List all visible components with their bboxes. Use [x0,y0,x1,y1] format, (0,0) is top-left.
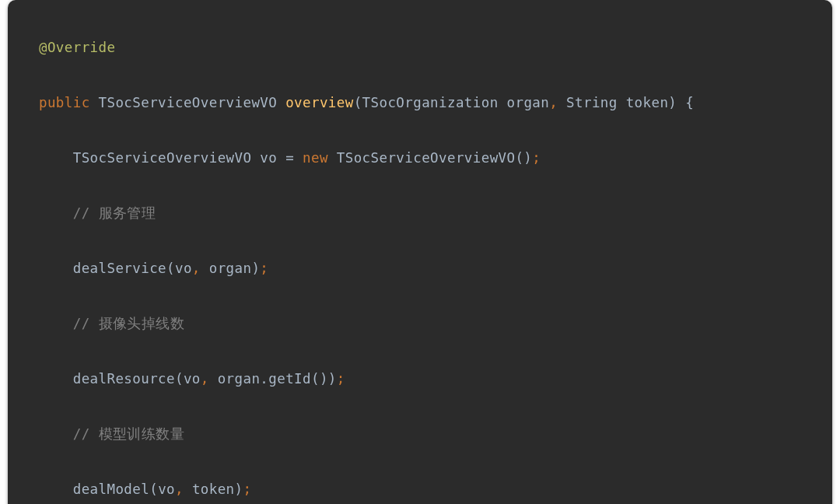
paren-token: ( [354,95,362,110]
comma-token: , [201,371,209,387]
paren-token: ) [235,481,243,497]
ident-token: token [192,481,235,497]
type-token: TSocServiceOverviewVO [99,95,278,110]
paren-token: ( [149,481,158,497]
call-token: dealResource [73,371,175,387]
paren-token: ) [328,371,337,387]
code-line: // 摄像头掉线数 [39,310,832,338]
type-token: TSocOrganization [362,95,499,110]
code-line: @Override [39,34,832,62]
comment-token: // 摄像头掉线数 [73,316,184,331]
code-editor: @Override public TSocServiceOverviewVO o… [8,0,832,504]
comma-token: , [175,481,184,497]
code-line: // 模型训练数量 [39,421,832,449]
eq-token: = [285,150,294,166]
ident-token: vo [175,261,192,276]
code-block: @Override public TSocServiceOverviewVO o… [8,6,832,504]
ident-token: organ [209,261,252,276]
semi-token: ; [260,261,268,276]
code-line: // 服务管理 [39,200,832,228]
ident-token: vo [158,481,175,497]
paren-token: ) [668,95,677,110]
paren-token: () [515,150,532,166]
paren-token: ) [251,261,260,276]
method-call-token: getId [268,371,311,387]
ident-token: token [626,95,669,110]
type-token: TSocServiceOverviewVO [73,150,252,166]
ident-token: organ [507,95,550,110]
code-line: dealModel(vo, token); [39,476,832,504]
ident-token: vo [260,150,277,166]
ident-token: organ [218,371,261,387]
semi-token: ; [337,371,345,387]
semi-token: ; [532,150,541,166]
comment-token: // 模型训练数量 [73,426,184,442]
dot-token: . [260,371,268,387]
type-token: String [566,95,618,110]
code-line: dealResource(vo, organ.getId()); [39,366,832,394]
comma-token: , [549,95,558,110]
brace-token: { [685,95,694,110]
code-line: public TSocServiceOverviewVO overview(TS… [39,89,832,117]
call-token: dealModel [73,481,149,497]
paren-token: () [311,371,328,387]
code-line: dealService(vo, organ); [39,255,832,283]
code-line: TSocServiceOverviewVO vo = new TSocServi… [39,145,832,173]
keyword-token: new [303,150,328,166]
comment-token: // 服务管理 [73,205,156,221]
type-token: TSocServiceOverviewVO [337,150,516,166]
paren-token: ( [175,371,184,387]
comma-token: , [192,261,201,276]
paren-token: ( [166,261,175,276]
annotation-token: @Override [39,40,115,55]
semi-token: ; [243,481,252,497]
ident-token: vo [184,371,201,387]
call-token: dealService [73,261,166,276]
keyword-token: public [39,95,90,110]
method-token: overview [285,95,354,110]
